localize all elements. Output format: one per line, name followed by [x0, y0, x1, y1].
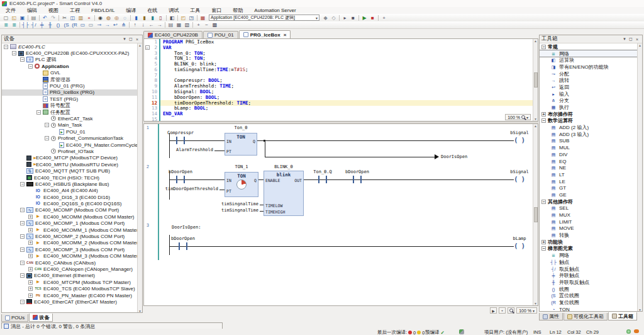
code-line[interactable]: 14END_VAR [144, 111, 538, 116]
move-down-icon[interactable]: ↓ [139, 21, 147, 28]
save-icon[interactable]: ▣ [18, 14, 26, 21]
login-icon[interactable]: ▸ [341, 14, 349, 21]
fold-icon[interactable]: − [145, 45, 150, 50]
tree-expander-icon[interactable]: + [28, 293, 33, 298]
find-next-icon[interactable]: ◍ [104, 14, 113, 21]
tree-item[interactable]: ≡POU_01 (PRG) [2, 82, 142, 89]
menu-item[interactable]: 调试 [163, 7, 184, 14]
open-project-icon[interactable]: ◱ [10, 14, 18, 21]
tree-expander-icon[interactable]: + [28, 241, 33, 245]
declaration-zoom-control[interactable]: 100 % ▾ [505, 114, 531, 120]
tree-expander-icon[interactable]: + [28, 215, 33, 219]
toolbox-item-return[interactable]: ↩返回 [540, 84, 642, 91]
toolbox-category[interactable]: +功能块 [540, 239, 642, 246]
toolbox-item-ld-contact[interactable]: ┤├触点 [540, 259, 642, 266]
toolbox-category[interactable]: +布尔操作符 [540, 111, 642, 118]
menu-item[interactable]: 文件 [0, 7, 21, 14]
device-tree-scrollbar[interactable]: ▲▼ [137, 43, 142, 313]
insert-network-below-icon[interactable]: ≣ [10, 21, 18, 28]
tree-item[interactable]: −EC400_CPU4220B (EC400-CPUXXXXX-PA2) [2, 50, 142, 56]
tree-expander-icon[interactable]: − [20, 182, 25, 186]
insert-contact-parallel-negated-icon[interactable]: ╫ [46, 21, 54, 28]
undo-icon[interactable]: ↶ [41, 14, 49, 21]
delete-icon[interactable]: × [85, 14, 93, 21]
tree-expander-icon[interactable]: + [28, 287, 33, 291]
find-icon[interactable]: ◉ [96, 14, 104, 21]
toolbox-item-op-ne[interactable]: ▤NE [540, 164, 642, 171]
tree-item[interactable]: −CANEC400_CANbus (CANbus) [2, 259, 142, 266]
calendar-icon[interactable]: ▦ [199, 14, 207, 21]
tree-expander-icon[interactable]: − [20, 208, 25, 212]
tree-expander-icon[interactable]: − [45, 136, 49, 140]
contact-operand[interactable]: Compresspr [167, 130, 194, 135]
pan-icon[interactable]: + [499, 307, 506, 314]
toolbox-expander-icon[interactable]: + [541, 112, 546, 116]
tree-item[interactable]: ≡TEST (PRG) [2, 96, 142, 102]
code-line[interactable]: 13 bLamp: BOOL; [144, 106, 538, 111]
menu-item[interactable]: Automation Server [248, 8, 301, 13]
toolbox-item-op-add2[interactable]: ▤ADD (2 输入) [540, 124, 642, 131]
refactor-icon[interactable]: ◳ [187, 14, 196, 21]
toolbox-item-execute[interactable]: ▦执行 [540, 104, 642, 111]
toolbox-item-op-convert[interactable]: ▤转换 [540, 232, 642, 239]
devices-dropdown-icon[interactable]: ▾ [121, 37, 128, 42]
ladder-scrollbar[interactable]: ▲▼ [533, 124, 538, 305]
toolbox-item-op-sub[interactable]: ▤SUB [540, 138, 642, 145]
generate-code-icon[interactable]: ◇ [330, 14, 338, 21]
network-number[interactable]: 2 [147, 164, 149, 169]
toolbox-expander-icon[interactable]: − [541, 45, 546, 49]
menu-item[interactable]: 工具 [184, 7, 206, 14]
contact[interactable] [179, 242, 187, 250]
tree-expander-icon[interactable]: + [28, 228, 33, 232]
toolbox-item-op-mul[interactable]: ▤MUL [540, 144, 642, 151]
zoom-icon[interactable] [508, 307, 514, 314]
tree-item[interactable]: 库管理器 [2, 76, 142, 82]
project-user[interactable]: 项目用户: (没有用户) [484, 329, 528, 335]
editor-tab-ec400-cpu4220b[interactable]: EC400_CPU4220B [143, 31, 203, 38]
contact[interactable] [318, 176, 327, 183]
toolbox-item-ld-network[interactable]: ≣网络 [540, 252, 642, 259]
stop-icon[interactable]: ■ [369, 14, 377, 21]
insert-box-en-icon[interactable]: ▭ [87, 21, 95, 28]
zoom-in-icon[interactable]: + [194, 21, 203, 28]
toolbox-item-box[interactable]: ◧运算块 [540, 57, 642, 64]
panel-tab--[interactable]: 可视化工具箱 [564, 313, 608, 321]
tree-item[interactable]: +►EC400_MCOMM_3 (Modbus COM Master) [2, 253, 142, 259]
code-line[interactable]: 1PROGRAM PRG_IceBox [144, 39, 538, 45]
insert-contact-parallel-icon[interactable]: ╪ [38, 21, 46, 28]
insert-return-icon[interactable]: ↩ [111, 21, 119, 28]
network-number[interactable]: 1 [147, 125, 149, 130]
tree-item[interactable]: Profinet_IOTask [2, 148, 142, 154]
editor-tab-prg-icebox[interactable]: PRG_IceBox× [239, 30, 291, 38]
code-line[interactable]: 3 Ton_0: TON; [144, 50, 538, 56]
insert-coil-icon[interactable]: () [54, 21, 62, 28]
bookmark-clear-icon[interactable]: ▯ [157, 14, 165, 21]
toolbox-item-op-add3[interactable]: ▤ADD (3 输入) [540, 131, 642, 138]
tree-expander-icon[interactable]: − [20, 273, 25, 278]
tree-expander-icon[interactable]: + [28, 267, 33, 271]
toolbox-item-ld-reset-coil[interactable]: (R复位线圈 [540, 299, 642, 306]
toolbox-item-ld-coil[interactable]: ()线圈 [540, 286, 642, 293]
toolbox-item-ld-ton[interactable]: ◔TON [540, 306, 642, 312]
timehigh-operand[interactable]: timSingnalTime [144, 208, 258, 213]
toolbox-item-op-limit[interactable]: ▤LIMIT [540, 219, 642, 225]
tree-expander-icon[interactable]: − [20, 221, 25, 225]
tree-item[interactable]: EC400_MRTU (ModbusRTU Device) [2, 161, 142, 168]
contact-operand[interactable]: bDoorOpen [169, 169, 192, 174]
tree-item[interactable]: −EC400_Ethernet (Ethernet) [2, 273, 142, 279]
panel-tab--[interactable]: 设备 [29, 314, 53, 322]
coil-operand[interactable]: bSignal [510, 130, 529, 135]
insert-input-icon[interactable]: ⊸ [95, 21, 103, 28]
insert-contact-negated-icon[interactable]: ┤/ [30, 21, 38, 28]
toolbox-category[interactable]: −梯形图元素 [540, 246, 642, 253]
toolbox-item-assign[interactable]: ⊸分配 [540, 71, 642, 77]
menu-item[interactable]: 编辑 [21, 7, 43, 14]
tree-expander-icon[interactable]: − [20, 234, 25, 239]
close-icon[interactable]: × [284, 32, 287, 38]
tree-expander-icon[interactable]: − [20, 300, 25, 304]
toolbox-item-ld-contact-parallel[interactable]: ╪并联触点 [540, 272, 642, 279]
toolbox-category[interactable]: −数学运算符 [540, 118, 642, 125]
network-label[interactable]: DoorIsOpen: [172, 225, 201, 230]
menu-item[interactable]: 工程 [64, 7, 86, 14]
menu-item[interactable]: 编译 [120, 7, 142, 14]
